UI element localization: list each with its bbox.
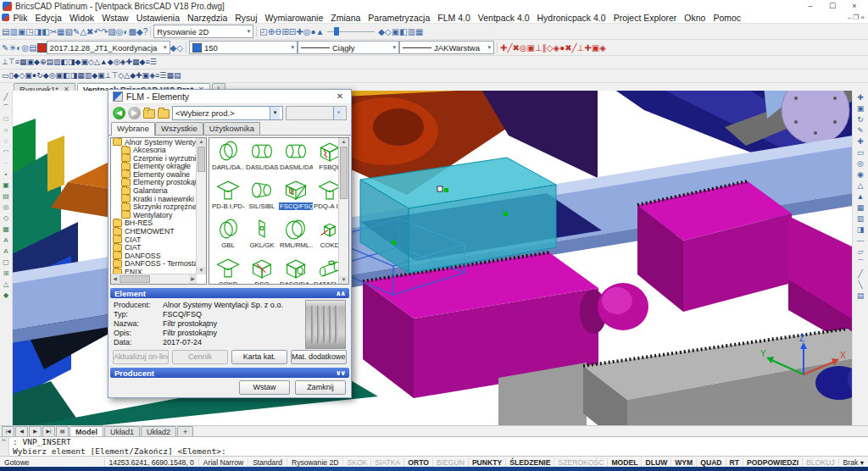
tree-item[interactable]: CIAT bbox=[111, 236, 197, 244]
line-icon[interactable]: ╱ bbox=[1, 92, 12, 103]
circle-tool-icon[interactable]: ◎ bbox=[855, 158, 866, 169]
sun-icon[interactable]: ◧ bbox=[399, 27, 407, 36]
status-toggle-skok[interactable]: SKOK bbox=[342, 458, 370, 467]
polyline-icon[interactable]: ⌒ bbox=[1, 103, 12, 114]
paste-icon[interactable]: ✚ bbox=[855, 136, 866, 147]
table-icon[interactable]: ▩ bbox=[129, 27, 136, 36]
grip-point[interactable] bbox=[504, 212, 508, 216]
donut-icon[interactable]: ◉ bbox=[855, 169, 866, 180]
product-item-dasml-da-[interactable]: DASML/DA... bbox=[279, 140, 313, 179]
status-toggle-quad[interactable]: QUAD bbox=[696, 458, 725, 467]
vp-flex-icon[interactable]: ◆ bbox=[108, 58, 114, 66]
vp-tool-icon[interactable]: ⊤ bbox=[8, 58, 15, 66]
zoom-slider[interactable] bbox=[327, 26, 375, 36]
dialog-tab-wszystkie[interactable]: Wszystkie bbox=[155, 122, 203, 135]
menu-item[interactable]: Widok bbox=[65, 13, 97, 23]
vp-duct-icon[interactable]: ▣ bbox=[26, 58, 34, 66]
menu-item[interactable]: Wstaw bbox=[98, 13, 133, 23]
status-toggle-orto[interactable]: ORTO bbox=[403, 458, 432, 467]
product-item-gbl[interactable]: GBL bbox=[211, 218, 245, 257]
status-toggle-śledzenie[interactable]: ŚLEDZENIE bbox=[505, 458, 554, 467]
rotate-icon[interactable]: ↻ bbox=[855, 114, 866, 125]
hatch-icon[interactable]: ▤ bbox=[1, 191, 12, 202]
zoom-in-icon[interactable]: ⊕ bbox=[268, 27, 275, 36]
product-item-dasl-das-[interactable]: DASL/DAS... bbox=[245, 140, 279, 179]
zoom-previous-icon[interactable]: ⊟ bbox=[289, 27, 296, 36]
vp-rotate-icon[interactable]: ↻ bbox=[36, 71, 43, 80]
snap-none-icon[interactable]: ✖ bbox=[565, 43, 571, 53]
grip-point[interactable] bbox=[392, 241, 396, 245]
snap-ext-icon[interactable]: ⊥ bbox=[577, 43, 585, 53]
vp-reducer-icon[interactable]: ▤ bbox=[46, 58, 53, 66]
snap-insert-icon[interactable]: ◈ bbox=[553, 43, 559, 53]
layer-on-icon[interactable]: ☀ bbox=[8, 43, 16, 53]
producer-section-header[interactable]: Producent ∨∨ bbox=[110, 368, 349, 378]
grid-vertical-scrollbar[interactable]: ▲▼ bbox=[338, 138, 348, 284]
vp-coil-icon[interactable]: ▣ bbox=[97, 71, 105, 80]
esnap-settings-icon[interactable]: ✚ bbox=[584, 43, 591, 53]
collapse-up-icon[interactable]: ∧∧ bbox=[336, 290, 345, 297]
menu-item[interactable]: Plik bbox=[9, 13, 31, 23]
zamknij-button[interactable]: Zamknij bbox=[295, 380, 346, 395]
vp-import-icon[interactable]: ▤ bbox=[174, 71, 181, 80]
vp-valve-icon[interactable]: ◧ bbox=[63, 71, 70, 80]
vp-elbow-icon[interactable]: ◆ bbox=[34, 58, 40, 66]
array-icon[interactable]: ▲ bbox=[855, 191, 866, 202]
product-item-darl-da-[interactable]: DARL/DA... bbox=[211, 140, 245, 179]
product-item-dsq[interactable]: DSQ bbox=[245, 257, 279, 285]
status-toggle-punkty[interactable]: PUNKTY bbox=[468, 458, 505, 467]
menu-item[interactable]: Okno bbox=[681, 13, 709, 23]
product-item-sil-sibl[interactable]: SIL/SIBL bbox=[245, 179, 279, 218]
status-toggle-biegun[interactable]: BIEGUN bbox=[432, 458, 468, 467]
undo-icon[interactable]: ↶ bbox=[94, 27, 101, 36]
tree-vertical-scrollbar[interactable]: ▲▼ bbox=[196, 138, 206, 274]
measure-icon[interactable]: ╱ bbox=[855, 269, 866, 279]
region-icon[interactable]: ▣ bbox=[1, 180, 12, 191]
mtext-icon[interactable]: A bbox=[1, 247, 12, 257]
ellipse-icon[interactable]: ◠ bbox=[1, 147, 12, 158]
mdi-restore-button[interactable]: ❐ bbox=[853, 14, 859, 21]
open-folder-icon[interactable] bbox=[158, 109, 170, 119]
tree-item[interactable]: BH-RES bbox=[111, 219, 197, 228]
vp-unit-icon[interactable]: ▥ bbox=[85, 71, 92, 80]
layer-dropdown[interactable]: 2017.12.28_JT1_Koordynacja▾ bbox=[47, 41, 170, 54]
vp-split-icon[interactable]: ▣ bbox=[142, 71, 150, 80]
layer-lock-icon[interactable]: ◎ bbox=[21, 43, 29, 53]
status-toggle-podpowiedzi[interactable]: PODPOWIEDZI bbox=[743, 458, 802, 467]
dialog-tab-wybrane[interactable]: Wybrane bbox=[111, 122, 155, 136]
snap-perp-icon[interactable]: ⊥ bbox=[535, 43, 542, 53]
scale-icon[interactable]: ▭ bbox=[855, 147, 866, 158]
open-icon[interactable]: ▥ bbox=[9, 27, 17, 36]
status-toggle-wym[interactable]: WYM bbox=[670, 458, 696, 467]
tree-horizontal-scrollbar[interactable]: ◀▶ bbox=[111, 274, 197, 284]
tree-item[interactable]: DANFOSS - Termostaty g bbox=[111, 260, 197, 269]
boundary-icon[interactable]: ◎ bbox=[1, 202, 12, 213]
maximize-button[interactable]: ☐ bbox=[821, 0, 843, 12]
folder-up-icon[interactable]: ↑ bbox=[143, 109, 155, 119]
menu-item[interactable]: Zmiana bbox=[327, 13, 364, 23]
vp-filter-icon[interactable]: ◨ bbox=[68, 58, 75, 66]
grip-point[interactable] bbox=[444, 188, 448, 192]
status-text-style[interactable]: Standard bbox=[248, 458, 287, 467]
producer-select-dropdown[interactable]: <Wybierz prod.>▾ bbox=[172, 106, 283, 120]
extend-icon[interactable]: ◨ bbox=[855, 224, 866, 235]
status-toggle-rt[interactable]: RT bbox=[726, 458, 743, 467]
vp-pipe-icon[interactable]: ◎ bbox=[49, 71, 56, 80]
status-toggle-szerokość[interactable]: SZEROKOŚĆ bbox=[554, 458, 607, 467]
vp-export-icon[interactable]: ▦ bbox=[166, 71, 174, 80]
block-icon[interactable]: ▢ bbox=[1, 258, 12, 268]
menu-item[interactable]: Hydronicpack 4.0 bbox=[533, 13, 609, 23]
fillet-icon[interactable]: ▱ bbox=[855, 247, 866, 257]
vp-join-icon[interactable]: ✚ bbox=[136, 71, 142, 80]
vp-round-icon[interactable]: ◎ bbox=[114, 58, 120, 66]
product-item-dasq-da-[interactable]: DASQ/DA... bbox=[279, 257, 313, 285]
matchprop-icon[interactable]: ✎ bbox=[855, 125, 866, 136]
track-icon[interactable]: ◈ bbox=[599, 43, 606, 53]
menu-item[interactable]: Edycja bbox=[31, 13, 66, 23]
polar-icon[interactable]: ▣ bbox=[592, 43, 599, 53]
insert-icon[interactable]: ⊞ bbox=[1, 269, 12, 279]
vp-damper-icon[interactable]: ◧ bbox=[60, 58, 68, 66]
secondary-dropdown[interactable]: ▾ bbox=[286, 106, 347, 120]
product-grid[interactable]: DARL/DA...DASL/DAS...DASML/DA...FSBQLPD-… bbox=[209, 138, 338, 284]
print-icon[interactable]: ◧ bbox=[42, 27, 49, 36]
